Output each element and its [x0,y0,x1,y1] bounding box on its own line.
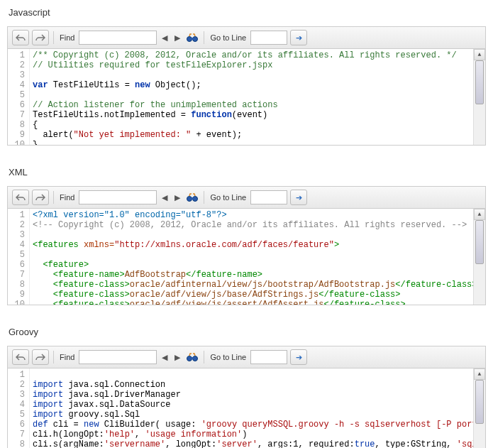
gutter: 1 2 3 4 5 6 7 8 9 10 [8,368,30,448]
t: oracle/adfinternal/view/js/bootstrap/Adf… [130,280,395,290]
code-line: /** Copyright (c) 2008, 2012, Oracle and… [33,50,457,60]
toolbar: Find ◀ ▶ Go to Line ➔ [8,27,485,49]
binoculars-icon[interactable] [185,31,199,44]
code-content[interactable]: /** Copyright (c) 2008, 2012, Oracle and… [30,49,473,145]
t: groovy.sql.Sql [63,410,140,420]
t: , [135,430,145,439]
t: </feature-class> [395,280,473,290]
t: <feature-name> [33,270,125,280]
line-num: 3 [11,390,25,400]
scroll-up-icon[interactable]: ▲ [474,209,485,220]
line-num: 1 [11,210,25,220]
goto-button[interactable]: ➔ [290,349,307,365]
line-num: 2 [11,220,25,230]
code-content[interactable]: import java.sql.Connection import java.s… [30,368,473,448]
line-num: 4 [11,240,25,250]
t: </feature-name> [186,270,262,280]
binoculars-icon[interactable] [185,191,199,204]
code-content[interactable]: <?xml version="1.0" encoding="utf-8"?> <… [30,209,473,305]
t: TestFileUtils = [48,80,135,90]
find-input[interactable] [79,31,157,45]
t: new [84,420,99,430]
goto-input[interactable] [250,190,287,204]
find-prev-button[interactable]: ◀ [160,31,170,44]
scroll-thumb[interactable] [475,60,484,104]
goto-input[interactable] [250,31,287,45]
undo-button[interactable] [12,190,29,205]
t: + event); [191,130,242,140]
find-next-button[interactable]: ▶ [172,191,182,204]
t: 'servername' [104,439,165,448]
t: Object(); [150,80,201,90]
find-input[interactable] [79,350,157,364]
redo-button[interactable] [32,30,49,45]
svg-rect-8 [191,357,194,359]
line-num: 4 [11,80,25,90]
t: { [33,120,38,130]
scrollbar[interactable]: ▲ [473,368,485,448]
t: "http://xmlns.oracle.com/adf/faces/featu… [114,240,334,250]
t: , longOpt: [165,439,216,448]
goto-button[interactable]: ➔ [290,190,307,205]
scroll-up-icon[interactable]: ▲ [474,368,485,380]
redo-button[interactable] [32,190,49,205]
t: <feature-class> [33,300,130,305]
goto-button[interactable]: ➔ [290,30,307,45]
t: <feature> [33,260,89,270]
t: CliBuilder( usage: [99,420,201,430]
gutter: 1 2 3 4 5 6 7 8 9 10 [8,49,30,145]
t: import [33,380,63,390]
t: <!-- Copyright (c) 2008, 2012, Oracle an… [33,220,467,230]
line-num: 2 [11,380,25,390]
separator [53,31,54,44]
find-next-button[interactable]: ▶ [172,351,182,364]
t: function [191,110,232,120]
separator [204,31,204,44]
find-prev-button[interactable]: ◀ [160,191,170,204]
t: 'sqls [457,439,473,448]
undo-button[interactable] [12,30,29,45]
scrollbar[interactable]: ▲ [473,49,485,145]
svg-rect-2 [191,38,194,40]
t: import [33,410,63,420]
t: ) [242,430,247,439]
t: </feature-class> [323,300,405,305]
t: java.sql.DriverManager [63,390,181,400]
svg-rect-5 [191,197,194,200]
t: import [33,390,63,400]
t: , args:1, required: [257,439,355,448]
t: 'help' [104,430,135,439]
goto-input[interactable] [250,350,287,364]
t: def [33,420,48,430]
t: 'server' [216,439,257,448]
t: xmlns= [79,240,114,250]
scroll-thumb[interactable] [475,220,484,264]
code-line: // Action listener for the unimplemented… [33,100,278,110]
t: AdfBootstrap [125,270,186,280]
line-num: 5 [11,90,25,100]
undo-button[interactable] [12,349,29,365]
find-prev-button[interactable]: ◀ [160,351,170,364]
scroll-thumb[interactable] [475,380,484,424]
toolbar: Find ◀ ▶ Go to Line ➔ [8,187,485,209]
scroll-up-icon[interactable]: ▲ [474,49,485,60]
goto-label: Go to Line [209,33,248,42]
binoculars-icon[interactable] [185,351,199,364]
section-title: XML [7,167,486,177]
t: cli.s(argName: [33,439,104,448]
t: true [355,439,375,448]
scrollbar[interactable]: ▲ [473,209,485,305]
redo-button[interactable] [32,349,49,365]
code-area: 1 2 3 4 5 6 7 8 9 10 /** Copyright (c) 2… [8,49,485,145]
find-label: Find [58,193,76,202]
separator [53,191,54,204]
find-next-button[interactable]: ▶ [172,31,182,44]
find-label: Find [58,353,76,361]
find-input[interactable] [79,190,157,204]
line-num: 9 [11,290,25,300]
line-num: 9 [11,130,25,140]
t: <feature-class> [33,290,130,300]
line-num: 3 [11,70,25,80]
line-num: 10 [11,140,25,145]
t: oracle/adf/view/js/base/AdfStrings.js [130,290,318,300]
